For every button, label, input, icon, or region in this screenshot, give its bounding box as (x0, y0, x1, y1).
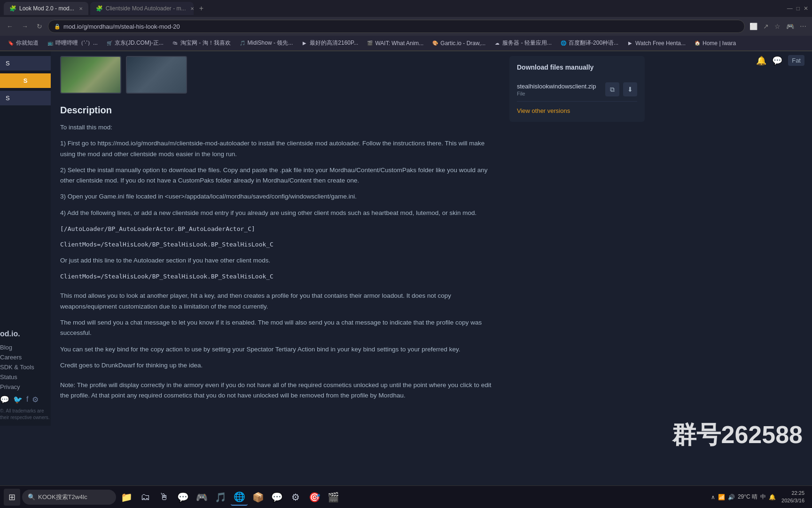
bookmark-favicon-5: 🎵 (239, 40, 246, 47)
systray-notification-icon[interactable]: 🔔 (769, 494, 776, 500)
notification-bell-icon[interactable]: 🔔 (756, 56, 766, 66)
tab-active[interactable]: 🧩 Look Mod 2.0 - mod... ✕ (4, 2, 88, 15)
mod-desc3: You can set the key bind for the copy ac… (60, 344, 492, 355)
footer-link-careers[interactable]: Careers (0, 354, 51, 361)
footer-link-status[interactable]: Status (0, 373, 51, 381)
back-button[interactable]: ← (4, 21, 16, 32)
bookmark-6[interactable]: ▶ 最好的高清2160P... (297, 38, 362, 48)
settings-btn[interactable]: ⋯ (798, 21, 808, 32)
bookmark-label-4: 淘宝网 - 淘！我喜欢 (180, 39, 231, 47)
tab2-close-btn[interactable]: ✕ (190, 6, 193, 11)
bookmark-label-5: MidiShow - 领先... (248, 39, 293, 47)
sidebar-item-1[interactable]: S (0, 56, 51, 71)
user-avatar[interactable]: Fat (788, 55, 804, 66)
download-button[interactable]: ⬇ (623, 82, 637, 96)
forward-button[interactable]: → (19, 21, 31, 32)
copy-link-button[interactable]: ⧉ (605, 82, 619, 96)
bookmark-3[interactable]: 🛒 京东(JD.COM)-正... (102, 38, 167, 48)
bookmark-2[interactable]: 📺 哔哩哔哩（'·'）... (43, 38, 102, 48)
right-sidebar: Download files manually stealhislookwind… (502, 51, 652, 426)
bookmark-12[interactable]: 🏠 Home | Iwara (690, 39, 740, 48)
discord-icon-btn[interactable]: 🎮 (784, 21, 796, 32)
mod-desc1: This mod allows you to look at another p… (60, 291, 492, 312)
address-bar-row: ← → ↻ 🔒 mod.io/g/mordhau/m/steal-his-loo… (0, 17, 812, 36)
bookmark-label-8: Gartic.io - Draw,... (440, 40, 485, 47)
taskbar-app-browser[interactable]: 🌐 (231, 489, 248, 506)
bookmark-1[interactable]: 🔖 你就知道 (4, 38, 42, 48)
taskbar-app-game2[interactable]: 🎯 (306, 489, 323, 506)
taskbar-app-settings[interactable]: ⚙ (287, 489, 304, 506)
taskbar-app-explorer[interactable]: 🗂 (137, 489, 154, 506)
description-title: Description (60, 105, 492, 116)
new-tab-button[interactable]: + (195, 4, 207, 13)
bookmark-btn[interactable]: ☆ (773, 21, 782, 32)
share-btn[interactable]: ↗ (761, 21, 771, 32)
main-content: Description To install this mod: 1) Firs… (51, 51, 502, 426)
mod-image-2[interactable] (126, 56, 187, 94)
bookmark-7[interactable]: 🎬 WAIT: What Anim... (363, 39, 427, 48)
bookmark-10[interactable]: 🌐 百度翻译-200种语... (556, 38, 622, 48)
systray-network-icon[interactable]: 📶 (718, 494, 725, 500)
footer-link-sdk[interactable]: SDK & Tools (0, 364, 51, 371)
bookmark-8[interactable]: 🎨 Gartic.io - Draw,... (428, 39, 489, 48)
description-section: Description To install this mod: 1) Firs… (60, 105, 492, 401)
taskbar-app-control[interactable]: 🖱 (156, 489, 172, 506)
bookmark-label-2: 哔哩哔哩（'·'）... (55, 39, 98, 47)
bookmark-label-9: 服务器 - 轻量应用... (502, 39, 552, 47)
view-versions-link[interactable]: View other versions (517, 107, 637, 114)
bookmark-favicon-12: 🏠 (694, 40, 701, 47)
minimize-icon[interactable]: — (787, 5, 793, 12)
systray-lang[interactable]: 中 (760, 493, 766, 501)
bookmarks-bar: 🔖 你就知道 📺 哔哩哔哩（'·'）... 🛒 京东(JD.COM)-正... … (0, 36, 812, 51)
download-section: Download files manually stealhislookwind… (509, 56, 645, 122)
discord-social-icon[interactable]: 💬 (0, 395, 9, 404)
clock-date: 2026/3/16 (781, 497, 804, 504)
taskbar-search[interactable]: 🔍 KOOK搜索T2w4lc (22, 490, 116, 505)
twitter-social-icon[interactable]: 🐦 (13, 395, 23, 404)
taskbar-app-discord[interactable]: 💬 (174, 489, 191, 506)
footer-link-blog[interactable]: Blog (0, 344, 51, 351)
bookmark-favicon-3: 🛒 (106, 40, 113, 47)
bookmark-label-12: Home | Iwara (703, 40, 736, 47)
tab-close-btn[interactable]: ✕ (79, 6, 83, 11)
footer-copyright: ©. All trademarks are their respective o… (0, 408, 51, 421)
close-icon[interactable]: ✕ (804, 5, 808, 12)
step3-text: 3) Open your Game.ini file located in <u… (60, 191, 492, 202)
bookmark-11[interactable]: ▶ Watch Free Henta... (623, 39, 689, 48)
bookmark-label-6: 最好的高清2160P... (310, 39, 358, 47)
taskbar-app-media[interactable]: 🎬 (325, 489, 342, 506)
github-social-icon[interactable]: ⚙ (32, 395, 39, 404)
taskbar-app-chat2[interactable]: 💬 (268, 489, 285, 506)
mod-desc2: The mod will send you a chat message to … (60, 318, 492, 339)
systray-volume-icon[interactable]: 🔊 (728, 494, 735, 500)
search-placeholder: KOOK搜索T2w4lc (38, 493, 87, 501)
address-bar[interactable]: 🔒 mod.io/g/mordhau/m/steal-his-look-mod-… (48, 20, 745, 33)
tab2-label: Clientside Mod Autoloader - m... (106, 5, 186, 12)
taskbar-app-steam[interactable]: 🎮 (193, 489, 210, 506)
screenshot-btn[interactable]: ⬜ (748, 21, 759, 32)
taskbar-app-music[interactable]: 🎵 (212, 489, 229, 506)
file-name: stealhislookwindowsclient.zip (517, 83, 605, 90)
download-title: Download files manually (517, 64, 637, 71)
bookmark-5[interactable]: 🎵 MidiShow - 领先... (235, 38, 297, 48)
footer-link-privacy[interactable]: Privacy (0, 383, 51, 390)
facebook-social-icon[interactable]: f (26, 395, 28, 404)
footer-logo: od.io. (0, 330, 51, 338)
systray-expand-icon[interactable]: ∧ (711, 494, 715, 500)
chat-icon[interactable]: 💬 (772, 56, 782, 66)
sidebar-item-2[interactable]: S (0, 73, 51, 88)
bookmark-4[interactable]: 🛍 淘宝网 - 淘！我喜欢 (168, 38, 234, 48)
start-button[interactable]: ⊞ (4, 489, 20, 506)
address-bar-actions: ⬜ ↗ ☆ 🎮 ⋯ (748, 21, 808, 32)
taskbar-clock[interactable]: 22:25 2026/3/16 (778, 490, 808, 504)
taskbar-app-files[interactable]: 📁 (118, 489, 135, 506)
refresh-button[interactable]: ↻ (34, 21, 45, 32)
mod-image-1[interactable] (60, 56, 121, 94)
bookmark-label-10: 百度翻译-200种语... (569, 39, 618, 47)
maximize-icon[interactable]: □ (796, 5, 800, 12)
sidebar-item-3[interactable]: S (0, 91, 51, 105)
file-row: stealhislookwindowsclient.zip File ⧉ ⬇ (517, 78, 637, 102)
taskbar-app-package[interactable]: 📦 (250, 489, 266, 506)
bookmark-9[interactable]: ☁ 服务器 - 轻量应用... (490, 38, 555, 48)
tab-inactive[interactable]: 🧩 Clientside Mod Autoloader - m... ✕ (90, 2, 194, 15)
